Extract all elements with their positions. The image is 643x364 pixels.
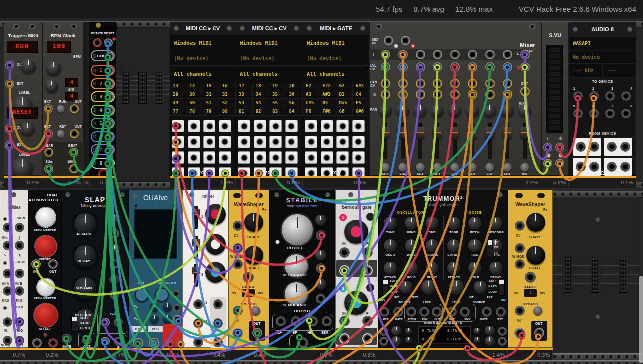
main-out-r-jack[interactable] (520, 62, 530, 72)
pan-cv-jack[interactable] (381, 79, 390, 88)
knob[interactable] (468, 262, 481, 275)
cc-cell[interactable]: 20 (286, 82, 303, 90)
out-b-jack-1[interactable] (362, 265, 373, 276)
to-device-jack[interactable] (573, 91, 583, 101)
driver-select[interactable]: Windows MIDI (303, 35, 369, 50)
router-knob[interactable] (485, 326, 495, 336)
ext-jack[interactable] (5, 141, 14, 150)
rotate-jack[interactable] (93, 38, 102, 47)
mod-knob[interactable] (109, 214, 120, 225)
knob[interactable] (489, 217, 502, 230)
pan-cv-jack[interactable] (433, 79, 442, 88)
mini-knob[interactable] (163, 303, 172, 312)
p-jack-1[interactable] (362, 247, 373, 258)
section2-button[interactable] (366, 284, 374, 292)
mode-switch[interactable] (71, 316, 78, 332)
in-jack[interactable] (514, 328, 525, 339)
out-jack[interactable] (70, 129, 79, 138)
cc-cell[interactable]: 17 (236, 82, 253, 90)
cv-jack[interactable] (188, 151, 200, 164)
cc-cell[interactable]: 53 (236, 99, 253, 107)
out-jack-1[interactable] (555, 143, 564, 152)
cv-jack[interactable] (203, 120, 215, 132)
device-select[interactable]: (No device) (170, 51, 236, 66)
mix-out-jack[interactable] (520, 87, 530, 96)
filter-type-switch[interactable] (487, 239, 493, 256)
out-jack-2[interactable] (48, 338, 58, 348)
bp-jack[interactable] (291, 316, 301, 326)
bar-jack[interactable] (44, 148, 53, 157)
channel-out-jack[interactable] (485, 90, 495, 99)
division-jack[interactable] (105, 106, 114, 114)
section1-button[interactable] (366, 213, 374, 221)
scale-cv-jack[interactable] (243, 272, 254, 283)
cc-cell[interactable]: 83 (269, 107, 286, 116)
fader-handle[interactable] (503, 127, 512, 139)
channel-out-jack[interactable] (416, 90, 425, 99)
pan-cv-jack[interactable] (468, 79, 477, 88)
to-device-jack[interactable] (605, 109, 615, 118)
cv-jack[interactable] (238, 151, 250, 164)
mod-jack[interactable] (110, 229, 119, 238)
ch3-fader[interactable] (194, 264, 198, 287)
atenuverter-knob-2[interactable] (36, 278, 55, 297)
note-cell[interactable]: F2 (303, 82, 319, 90)
shape-cv-jack[interactable] (233, 221, 243, 231)
knob[interactable] (426, 262, 438, 275)
cc-cell[interactable]: 55 (269, 99, 286, 107)
jack[interactable] (173, 315, 182, 324)
cv-jack[interactable] (172, 136, 184, 148)
r-out-jack[interactable] (114, 337, 123, 346)
knob[interactable] (468, 217, 481, 230)
shape-knob[interactable] (526, 213, 545, 232)
knob[interactable] (405, 262, 418, 275)
note-cell[interactable]: G6 (336, 107, 353, 116)
jack[interactable] (15, 269, 24, 278)
offset-knob-2[interactable] (33, 303, 58, 328)
pan-knob[interactable] (431, 104, 444, 117)
to-device-jack[interactable] (605, 91, 615, 101)
gate-jack[interactable] (62, 334, 72, 344)
ext-jack-l[interactable] (379, 307, 389, 317)
channel-out-jack[interactable] (468, 90, 477, 99)
range-switch[interactable]: I (242, 289, 255, 297)
sig-knob[interactable] (45, 80, 58, 93)
offset-knob-1[interactable] (34, 235, 57, 258)
level-fader[interactable] (488, 123, 492, 159)
cutoff-cv-jack[interactable] (316, 230, 326, 240)
router-jack[interactable] (498, 337, 507, 346)
sixteenths-jack[interactable] (69, 164, 78, 173)
l-out-jack[interactable] (101, 337, 110, 346)
cv-jack[interactable] (254, 120, 266, 132)
driver-select[interactable]: Windows MIDI (170, 35, 236, 50)
mute-button[interactable] (381, 163, 390, 172)
knob[interactable] (384, 217, 397, 230)
cc-cell[interactable]: 32 (219, 90, 236, 99)
cc-cell[interactable]: 33 (236, 90, 253, 99)
level-knob-l[interactable] (421, 280, 436, 295)
channel-in-jack[interactable] (485, 50, 495, 59)
samplerate-select[interactable]: --- kHz (569, 64, 603, 77)
mod-jack[interactable] (110, 290, 119, 299)
knob[interactable] (426, 239, 438, 252)
level-fader[interactable] (418, 123, 422, 159)
out-jack-1[interactable] (48, 259, 58, 269)
cc-cell[interactable]: 29 (170, 90, 186, 99)
range-switch[interactable]: I (524, 289, 537, 297)
sample-screen[interactable] (134, 209, 177, 259)
ext-jack[interactable] (5, 79, 14, 88)
out-jack-3[interactable] (213, 337, 223, 347)
out-jack-r[interactable] (447, 307, 457, 317)
router-jack[interactable] (379, 327, 388, 336)
reset-jack[interactable] (104, 38, 113, 47)
level-knob-r[interactable] (449, 280, 464, 295)
gate-jack[interactable] (321, 136, 333, 148)
mute-button[interactable] (468, 163, 477, 172)
cv-jack[interactable] (238, 136, 250, 148)
level-fader[interactable] (401, 123, 405, 159)
beat-jack[interactable] (69, 148, 78, 157)
cv-jack[interactable] (203, 136, 215, 148)
note-cell[interactable]: C#5 (303, 99, 319, 107)
out-jack-2[interactable] (555, 159, 564, 168)
cc-cell[interactable]: 54 (253, 99, 270, 107)
